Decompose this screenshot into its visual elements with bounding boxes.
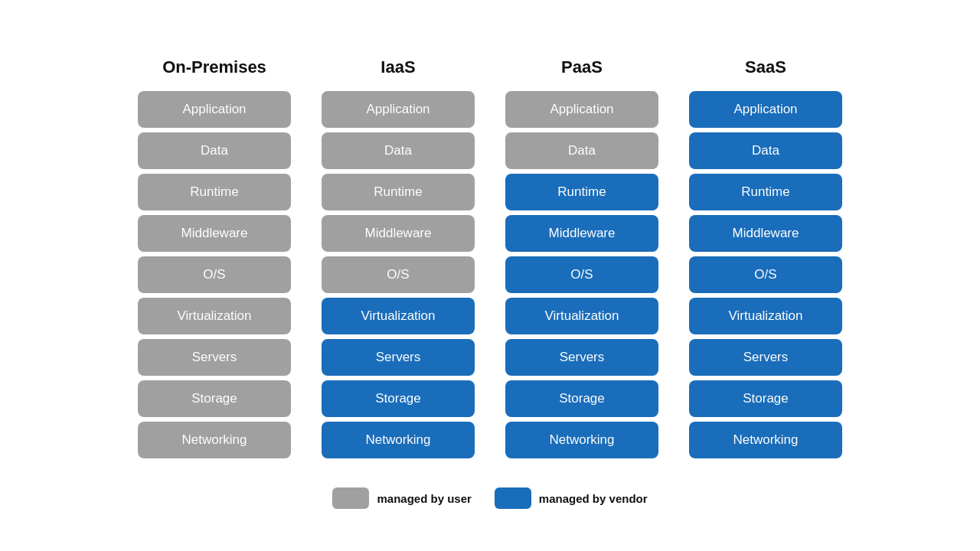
columns-wrapper: On-PremisesApplicationDataRuntimeMiddlew… bbox=[107, 42, 873, 474]
tile-paas-storage: Storage bbox=[505, 380, 658, 417]
tile-on-premises-data: Data bbox=[138, 132, 291, 169]
tile-paas-o-s: O/S bbox=[505, 256, 658, 293]
tile-on-premises-runtime: Runtime bbox=[138, 174, 291, 210]
column-paas: PaaSApplicationDataRuntimeMiddlewareO/SV… bbox=[505, 57, 658, 458]
legend-user: managed by user bbox=[332, 487, 471, 509]
tile-paas-application: Application bbox=[505, 91, 658, 128]
tile-iaas-o-s: O/S bbox=[322, 256, 475, 293]
tile-paas-virtualization: Virtualization bbox=[505, 298, 658, 334]
tile-on-premises-application: Application bbox=[138, 91, 291, 128]
column-iaas: IaaSApplicationDataRuntimeMiddlewareO/SV… bbox=[322, 57, 475, 458]
tile-saas-storage: Storage bbox=[689, 380, 842, 417]
column-saas: SaaSApplicationDataRuntimeMiddlewareO/SV… bbox=[689, 57, 842, 458]
tile-iaas-servers: Servers bbox=[322, 339, 475, 376]
user-swatch bbox=[332, 487, 369, 509]
tile-paas-middleware: Middleware bbox=[505, 215, 658, 252]
tile-on-premises-storage: Storage bbox=[138, 380, 291, 417]
tile-iaas-runtime: Runtime bbox=[322, 174, 475, 210]
legend-vendor: managed by vendor bbox=[495, 487, 648, 509]
tile-iaas-application: Application bbox=[322, 91, 475, 128]
tile-iaas-networking: Networking bbox=[322, 422, 475, 458]
legend: managed by user managed by vendor bbox=[332, 487, 647, 509]
tile-paas-servers: Servers bbox=[505, 339, 658, 376]
tile-on-premises-middleware: Middleware bbox=[138, 215, 291, 252]
tile-saas-servers: Servers bbox=[689, 339, 842, 376]
tile-saas-middleware: Middleware bbox=[689, 215, 842, 252]
header-on-premises: On-Premises bbox=[162, 57, 266, 77]
tile-saas-data: Data bbox=[689, 132, 842, 169]
tile-paas-data: Data bbox=[505, 132, 658, 169]
vendor-swatch bbox=[495, 487, 531, 509]
tile-iaas-virtualization: Virtualization bbox=[322, 298, 475, 334]
tile-saas-runtime: Runtime bbox=[689, 174, 842, 210]
header-paas: PaaS bbox=[561, 57, 603, 77]
header-saas: SaaS bbox=[745, 57, 786, 77]
tile-iaas-storage: Storage bbox=[322, 380, 475, 417]
tile-paas-runtime: Runtime bbox=[505, 174, 658, 210]
tile-on-premises-o-s: O/S bbox=[138, 256, 291, 293]
user-legend-label: managed by user bbox=[377, 492, 471, 505]
tile-on-premises-networking: Networking bbox=[138, 422, 291, 458]
tile-saas-application: Application bbox=[689, 91, 842, 128]
tile-iaas-data: Data bbox=[322, 132, 475, 169]
tile-paas-networking: Networking bbox=[505, 422, 658, 458]
header-iaas: IaaS bbox=[381, 57, 415, 77]
tile-on-premises-servers: Servers bbox=[138, 339, 291, 376]
tile-on-premises-virtualization: Virtualization bbox=[138, 298, 291, 334]
tile-saas-virtualization: Virtualization bbox=[689, 298, 842, 334]
tile-saas-networking: Networking bbox=[689, 422, 842, 458]
tile-iaas-middleware: Middleware bbox=[322, 215, 475, 252]
column-on-premises: On-PremisesApplicationDataRuntimeMiddlew… bbox=[138, 57, 291, 458]
tile-saas-o-s: O/S bbox=[689, 256, 842, 293]
vendor-legend-label: managed by vendor bbox=[539, 492, 648, 505]
main-container: On-PremisesApplicationDataRuntimeMiddlew… bbox=[0, 42, 980, 509]
